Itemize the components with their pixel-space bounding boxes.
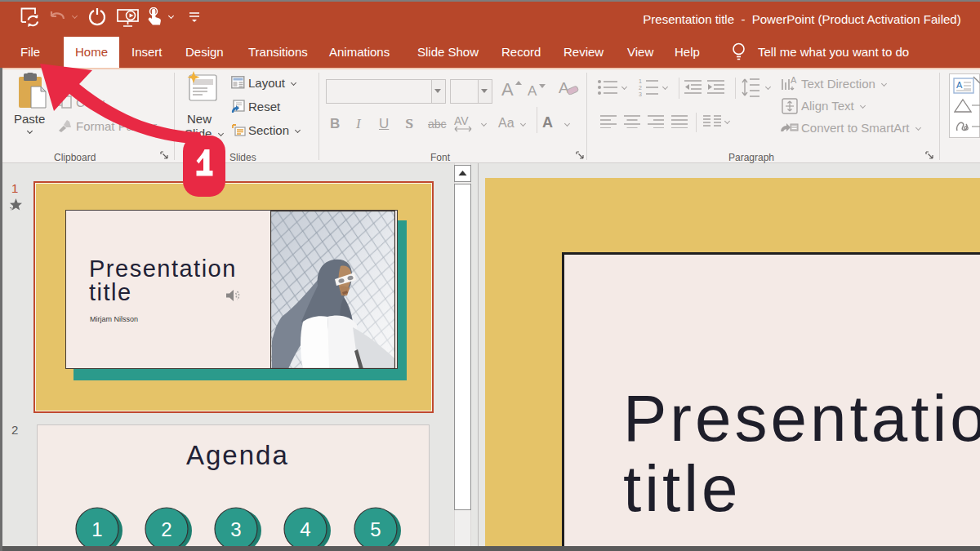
svg-text:4: 4 <box>300 518 310 540</box>
svg-text:1: 1 <box>91 518 102 540</box>
svg-text:A: A <box>956 80 963 90</box>
svg-text:5: 5 <box>370 518 381 540</box>
svg-text:A: A <box>791 76 797 85</box>
svg-text:3: 3 <box>230 518 241 540</box>
svg-text:2: 2 <box>639 85 642 91</box>
svg-text:2: 2 <box>161 518 172 540</box>
svg-text:1: 1 <box>639 78 642 84</box>
svg-text:3: 3 <box>639 91 642 97</box>
